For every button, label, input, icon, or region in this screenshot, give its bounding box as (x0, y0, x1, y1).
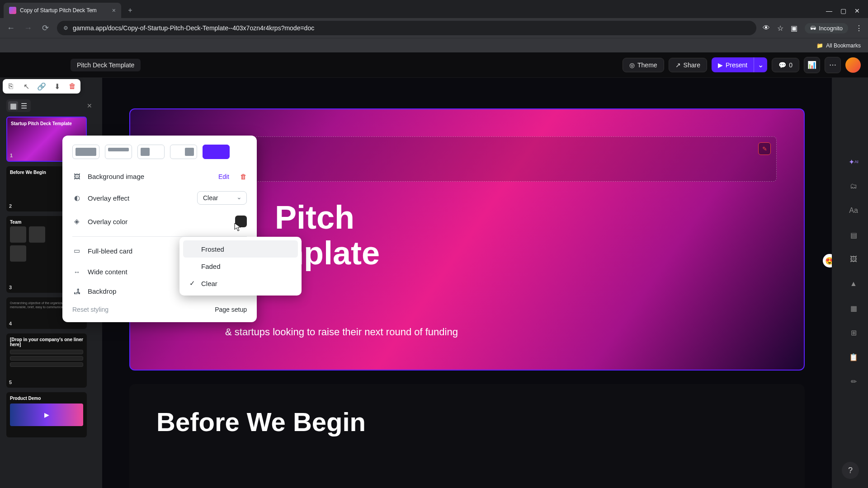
slide-thumbnail-6[interactable]: Product Demo ▶ (6, 392, 87, 437)
overlay-option-clear[interactable]: ✓ Clear (183, 275, 298, 292)
new-tab-button[interactable]: + (124, 4, 137, 17)
close-tab-icon[interactable]: × (112, 7, 116, 14)
page-setup-link[interactable]: Page setup (215, 306, 247, 313)
chevron-down-icon: ⌄ (758, 61, 764, 69)
layout-option-5-selected[interactable] (203, 145, 230, 159)
comments-button[interactable]: 💬 0 (772, 58, 799, 72)
overlay-effect-value: Clear (203, 194, 218, 202)
reset-styling-link[interactable]: Reset styling (72, 306, 108, 313)
subtitle-text: & startups looking to raise their next r… (225, 326, 458, 338)
doc-title-input[interactable]: Pitch Deck Template (71, 59, 141, 71)
paint-icon: ◈ (72, 217, 81, 225)
site-settings-icon[interactable]: ⚙ (63, 25, 68, 31)
contrast-icon: ◐ (72, 194, 81, 202)
comment-icon: 💬 (778, 61, 786, 69)
sidebar-close-icon[interactable]: ✕ (87, 102, 92, 109)
trash-icon[interactable]: 🗑 (68, 82, 77, 91)
layout-option-4[interactable] (170, 145, 197, 159)
minimize-icon[interactable]: — (826, 7, 832, 14)
overlay-option-faded[interactable]: ✓ Faded (183, 258, 298, 275)
overlay-effect-label: Overlay effect (88, 194, 191, 202)
cursor-icon[interactable]: ↖ (22, 82, 31, 91)
backdrop-icon: 🏞 (72, 287, 81, 295)
url-text: gamma.app/docs/Copy-of-Startup-Pitch-Dec… (73, 24, 314, 32)
text-format-icon[interactable]: Aa (845, 202, 862, 219)
more-icon: ⋯ (829, 61, 836, 69)
incognito-icon: 🕶 (810, 25, 816, 32)
slide-subtitle[interactable]: & startups looking to raise their next r… (157, 326, 777, 338)
more-menu-button[interactable]: ⋯ (825, 57, 841, 73)
layout-option-2[interactable] (105, 145, 132, 159)
incognito-label: Incognito (819, 25, 843, 32)
layout-option-1[interactable] (72, 145, 99, 159)
ai-sparkle-icon[interactable]: ✦AI (845, 154, 862, 170)
overlay-color-swatch[interactable] (235, 216, 247, 227)
draw-icon[interactable]: ✏ (845, 373, 862, 389)
thumb-number: 5 (9, 380, 12, 385)
list-view-toggle[interactable]: ☰ (19, 101, 29, 110)
analytics-button[interactable]: 📊 (804, 57, 820, 73)
share-icon: ↗ (675, 61, 681, 69)
help-button[interactable]: ? (842, 462, 859, 479)
theme-button[interactable]: ◎ Theme (623, 58, 664, 72)
thumb-title: Product Demo (10, 396, 83, 401)
maximize-icon[interactable]: ▢ (840, 7, 846, 14)
layout-icon[interactable]: ⊞ (845, 324, 862, 341)
title-line-1: Pitch (275, 200, 380, 235)
browser-menu-icon[interactable]: ⋮ (855, 24, 863, 33)
bookmark-star-icon[interactable]: ☆ (777, 24, 783, 33)
embed-icon[interactable]: ▦ (845, 300, 862, 316)
slide-2-title[interactable]: Before We Begin (156, 407, 778, 437)
reload-icon[interactable]: ⟳ (40, 23, 51, 33)
shapes-icon[interactable]: ▲ (845, 276, 862, 292)
close-window-icon[interactable]: ✕ (854, 7, 860, 14)
bg-image-edit-link[interactable]: Edit (218, 173, 229, 180)
option-label: Clear (201, 280, 217, 287)
bg-image-label: Background image (88, 173, 212, 180)
url-bar[interactable]: ⚙ gamma.app/docs/Copy-of-Startup-Pitch-D… (57, 21, 756, 35)
card-templates-icon[interactable]: 🗂 (845, 178, 862, 194)
doc-toolbar: ⎘ ↖ 🔗 ⬇ 🗑 (3, 79, 80, 94)
card-icon: ▭ (72, 247, 81, 255)
layout-option-3[interactable] (137, 145, 165, 159)
present-dropdown-button[interactable]: ⌄ (754, 57, 767, 72)
back-icon[interactable]: ← (5, 23, 16, 33)
thumb-title: Startup Pitch Deck Template (11, 121, 82, 126)
overlay-option-frosted[interactable]: ✓ Frosted (183, 240, 298, 258)
thumb-number: 4 (9, 321, 12, 326)
present-button[interactable]: ▶ Present (712, 57, 754, 72)
thumb-number: 2 (9, 203, 12, 209)
grid-view-toggle[interactable]: ▦ (8, 101, 18, 110)
download-icon[interactable]: ⬇ (52, 82, 61, 91)
link-icon[interactable]: 🔗 (37, 82, 46, 91)
user-avatar[interactable] (845, 57, 861, 73)
blocks-icon[interactable]: ▤ (845, 227, 862, 243)
right-rail: ✦AI 🗂 Aa ▤ 🖼 ▲ ▦ ⊞ 📋 ✏ (845, 154, 862, 389)
bg-image-delete-icon[interactable]: 🗑 (240, 173, 247, 180)
bookmarks-folder-icon: 📁 (816, 42, 823, 49)
image-icon: 🖼 (72, 173, 81, 180)
forward-icon[interactable]: → (23, 23, 33, 33)
option-label: Faded (201, 263, 221, 270)
form-icon[interactable]: 📋 (845, 349, 862, 365)
image-icon[interactable]: 🖼 (845, 251, 862, 267)
browser-tab[interactable]: Copy of Startup Pitch Deck Tem × (4, 3, 121, 18)
help-icon: ? (848, 466, 853, 475)
copy-icon[interactable]: ⎘ (6, 82, 15, 91)
slide-2[interactable]: Before We Begin (129, 384, 805, 488)
collaborator-avatar-1[interactable]: 😍 (822, 253, 832, 268)
doc-title-text: Pitch Deck Template (77, 61, 134, 69)
present-label: Present (726, 61, 747, 69)
theme-label: Theme (637, 61, 657, 69)
width-icon: ↔ (72, 268, 81, 276)
overlay-color-label: Overlay color (88, 218, 229, 225)
panel-icon[interactable]: ▣ (791, 24, 797, 33)
theme-icon: ◎ (629, 61, 635, 69)
overlay-effect-dropdown[interactable]: Clear (197, 191, 247, 205)
edit-pencil-icon[interactable]: ✎ (758, 142, 771, 155)
all-bookmarks-link[interactable]: All Bookmarks (826, 42, 861, 49)
comment-count: 0 (789, 61, 793, 69)
share-button[interactable]: ↗ Share (669, 58, 707, 72)
eye-off-icon[interactable]: 👁 (763, 24, 770, 32)
slide-thumbnail-5[interactable]: [Drop in your company's one liner here] … (6, 333, 87, 388)
